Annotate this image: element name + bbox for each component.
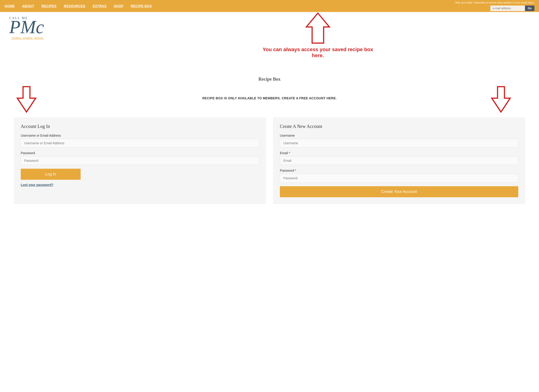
reg-email-input[interactable] [280,156,518,165]
login-button[interactable]: Log In [21,169,81,180]
main-content: Recipe Box RECIPE BOX IS ONLY AVAILABLE … [0,72,539,213]
subscribe-area: Stay up to date. Subscribe to receive bl… [455,1,534,11]
members-notice: RECIPE BOX IS ONLY AVAILABLE TO MEMBERS.… [41,96,498,100]
reg-username-label: Username [280,134,518,137]
nav-about[interactable]: ABOUT [22,4,34,8]
register-panel: Create A New Account Username Email * Pa… [273,117,525,204]
nav-recipes[interactable]: RECIPES [41,4,56,8]
password-input[interactable] [21,156,259,165]
up-arrow-icon [305,12,331,44]
reg-email-label: Email * [280,151,518,155]
nav-recipe-box[interactable]: RECIPE BOX [131,4,152,8]
password-group: Password [21,151,259,165]
register-title: Create A New Account [280,124,518,129]
username-label: Username or Email Address [21,134,259,137]
svg-marker-0 [306,13,329,43]
logo-area: CALL ME PMc cooking. creating. sharing. [9,17,106,40]
reg-email-group: Email * [280,151,518,165]
nav-resources[interactable]: RESOURCES [64,4,85,8]
password-label: Password [21,151,259,155]
login-panel: Account Log In Username or Email Address… [14,117,266,204]
svg-marker-1 [17,87,36,112]
header-area: CALL ME PMc cooking. creating. sharing. … [0,12,539,72]
svg-marker-2 [492,87,510,112]
reg-password-group: Password * [280,169,518,183]
subscribe-go-button[interactable]: Go [525,5,534,11]
logo-tagline: cooking. creating. sharing. [9,36,106,40]
nav-home[interactable]: HOME [5,4,15,8]
login-title: Account Log In [21,124,259,129]
down-arrow-left-icon [16,86,37,114]
nav-extras[interactable]: EXTRAS [93,4,106,8]
create-account-button[interactable]: Create Your Account [280,186,518,197]
subscribe-form: Go [490,5,534,11]
subscribe-email-input[interactable] [490,5,525,11]
up-arrow-area: You can always access your saved recipe … [260,12,375,58]
nav-links: HOME ABOUT RECIPES RESOURCES EXTRAS SHOP… [5,4,455,8]
down-arrow-right-icon [491,86,511,114]
reg-username-group: Username [280,134,518,147]
nav-shop[interactable]: SHOP [114,4,124,8]
notice-area: RECIPE BOX IS ONLY AVAILABLE TO MEMBERS.… [14,86,525,116]
username-group: Username or Email Address [21,134,259,147]
reg-password-label: Password * [280,169,518,172]
lost-password-link[interactable]: Lost your password? [21,183,259,187]
reg-password-input[interactable] [280,174,518,183]
subscribe-text: Stay up to date. Subscribe to receive bl… [455,1,534,4]
logo-tagline-accent: sharing. [34,36,44,40]
reg-username-input[interactable] [280,139,518,147]
recipe-box-title: Recipe Box [14,77,525,82]
logo-pmc: PMc [9,19,106,35]
forms-row: Account Log In Username or Email Address… [14,117,525,204]
logo: CALL ME PMc [9,17,106,35]
logo-tagline-prefix: cooking. creating. [11,36,33,40]
username-input[interactable] [21,139,259,147]
arrow-message-text: You can always access your saved recipe … [260,47,375,58]
navigation: HOME ABOUT RECIPES RESOURCES EXTRAS SHOP… [0,0,539,12]
